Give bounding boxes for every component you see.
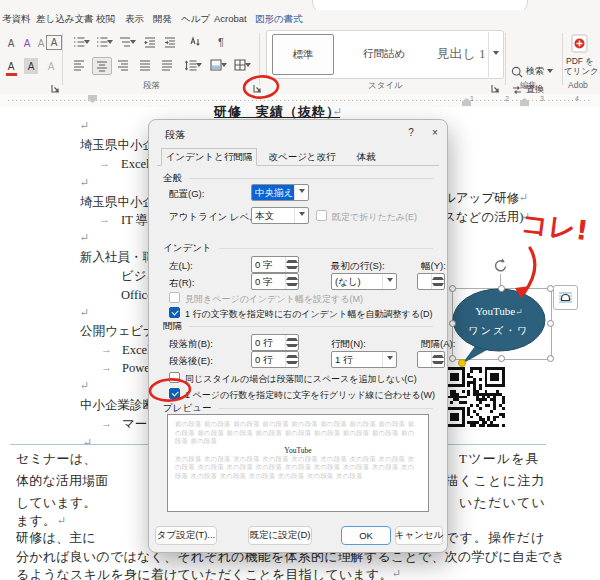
styles-gallery-more-button[interactable] <box>488 32 502 77</box>
chevron-down-icon[interactable] <box>382 274 396 289</box>
selection-handle[interactable] <box>498 285 505 292</box>
font-color-icon[interactable]: A <box>4 58 18 74</box>
sort-button[interactable] <box>186 34 204 50</box>
ribbon-tab-開発[interactable]: 開発 <box>153 13 172 26</box>
align-left-button[interactable] <box>70 57 88 73</box>
snap-to-grid-checkbox[interactable] <box>169 388 180 399</box>
field-value: 0 行 <box>252 352 285 367</box>
spinner-arrows[interactable] <box>285 335 298 350</box>
dialog-tab-インデントと行間隔[interactable]: インデントと行間隔 <box>161 148 257 166</box>
collapsed-by-default-checkbox[interactable] <box>316 210 327 221</box>
marks-button[interactable]: ¶ <box>212 34 230 50</box>
shape-text-line2: ワンズ・ワ <box>452 324 546 338</box>
paragraph-mark: ↵ <box>80 120 89 131</box>
tabs-button[interactable]: タブ設定(T)... <box>155 526 217 545</box>
sort-icon <box>189 36 202 49</box>
paragraph-dialog: 段落 ? × 前の段落 前の段落 前の段落 前の段落 前の段落 前の段落 前の段… <box>148 119 448 553</box>
indent-left-spinner[interactable]: 0 字 <box>251 256 299 273</box>
align-left-icon <box>73 59 86 72</box>
style-item-行間詰め[interactable]: 行間詰め <box>337 34 431 73</box>
ribbon-tab-ヘルプ[interactable]: ヘルプ <box>181 13 210 26</box>
dialog-tab-改ページと改行[interactable]: 改ページと改行 <box>263 148 341 166</box>
paragraph-dialog-launcher[interactable] <box>252 82 263 93</box>
spinner-arrows[interactable] <box>285 274 298 289</box>
justify-button[interactable] <box>136 57 154 73</box>
paragraph-mark: ↵ <box>80 380 89 391</box>
selection-handle[interactable] <box>498 355 505 362</box>
styles-dialog-launcher[interactable] <box>490 82 501 93</box>
ok-button[interactable]: OK <box>341 526 391 545</box>
spinner-arrows[interactable] <box>285 352 298 367</box>
line-spacing-combo[interactable]: 1 行 <box>331 351 397 368</box>
dialog-tab-体裁[interactable]: 体裁 <box>349 148 383 166</box>
outdent-button[interactable] <box>141 34 159 50</box>
highlight-icon[interactable]: A <box>24 58 38 74</box>
qr-code <box>444 367 505 427</box>
space-before-spinner[interactable]: 0 行 <box>251 334 299 351</box>
dialog-close-button[interactable]: × <box>427 126 443 140</box>
font-size-icon[interactable]: A <box>4 35 18 51</box>
field-label: 行間(N): <box>331 338 366 351</box>
first-line-width-spinner[interactable] <box>417 273 445 290</box>
create-pdf-icon[interactable] <box>571 34 588 53</box>
selection-handle[interactable] <box>449 285 456 292</box>
auto-adjust-right-indent-checkbox[interactable] <box>169 307 180 318</box>
dialog-help-button[interactable]: ? <box>403 126 419 140</box>
paragraph-mark: ↵ <box>80 232 89 243</box>
rotate-handle-icon[interactable] <box>492 257 509 274</box>
paragraph-mark: → <box>101 344 112 355</box>
cancel-button[interactable]: キャンセル <box>395 526 443 545</box>
検索-button[interactable]: 検索 <box>511 65 553 78</box>
no-space-same-style-checkbox[interactable] <box>169 372 180 383</box>
spinner-arrows[interactable] <box>285 257 298 272</box>
spinner-arrows[interactable] <box>431 274 444 289</box>
alignment-combo[interactable]: 中央揃え <box>251 184 309 201</box>
ribbon-tab-校閲[interactable]: 校閲 <box>96 13 115 26</box>
ribbon-tab-図形の書式[interactable]: 図形の書式 <box>255 13 303 26</box>
collapsed-by-default-checkbox-label: 既定で折りたたみ(E) <box>332 211 417 224</box>
spinner-arrows[interactable] <box>431 352 444 367</box>
doc-text-fragment: Excel <box>121 158 149 171</box>
ribbon-tab-Acrobat[interactable]: Acrobat <box>214 13 247 24</box>
field-value: (なし) <box>332 274 382 289</box>
first-line-combo[interactable]: (なし) <box>331 273 397 290</box>
align-center-button[interactable] <box>92 57 112 75</box>
shape-adjust-handle[interactable] <box>458 359 466 367</box>
indent-button[interactable] <box>161 34 179 50</box>
font-dialog-launcher[interactable] <box>50 82 61 93</box>
first-line-indent-marker[interactable] <box>88 95 97 103</box>
ribbon-tab-考資料[interactable]: 考資料 <box>2 13 31 26</box>
indent-right-spinner[interactable]: 0 字 <box>251 273 299 290</box>
ribbon-tab-差し込み文書[interactable]: 差し込み文書 <box>36 13 93 26</box>
selection-handle[interactable] <box>547 320 554 327</box>
paragraph-mark: ↵ <box>83 437 92 448</box>
chevron-down-icon[interactable] <box>294 208 308 223</box>
search-icon <box>511 66 523 78</box>
section-rule <box>219 408 433 409</box>
line-spacing-at-spinner[interactable] <box>417 351 445 368</box>
chevron-down-icon[interactable] <box>382 352 396 367</box>
text-effects-icon[interactable]: A <box>20 35 34 51</box>
selection-handle[interactable] <box>547 355 554 362</box>
layout-options-button[interactable] <box>553 285 578 310</box>
set-as-default-button[interactable]: 既定に設定(D) <box>248 526 312 545</box>
distribute-button[interactable] <box>158 57 176 73</box>
selection-handle[interactable] <box>449 355 456 362</box>
ribbon-tab-表示[interactable]: 表示 <box>125 13 144 26</box>
space-after-spinner[interactable]: 0 行 <box>251 351 299 368</box>
circle-char-icon[interactable]: A <box>44 58 58 74</box>
group-separator <box>505 33 506 85</box>
enclose-characters-icon[interactable]: A <box>46 35 62 50</box>
chevron-down-icon <box>221 63 227 70</box>
selection-handle[interactable] <box>449 320 456 327</box>
paragraph-mark: ↵ <box>333 106 342 117</box>
align-right-button[interactable] <box>114 57 132 73</box>
style-item-見出し 1[interactable]: 見出し 1 <box>435 34 487 73</box>
field-value: 1 行 <box>332 352 382 367</box>
section-header: プレビュー <box>163 402 211 415</box>
outline-level-combo[interactable]: 本文 <box>251 207 309 224</box>
style-item-標準[interactable]: 標準 <box>272 34 334 75</box>
chevron-down-icon[interactable] <box>294 185 308 200</box>
no-space-same-style-checkbox-label: 同じスタイルの場合は段落間にスペースを追加しない(C) <box>185 373 417 386</box>
mirror-indents-checkbox[interactable] <box>169 292 180 303</box>
